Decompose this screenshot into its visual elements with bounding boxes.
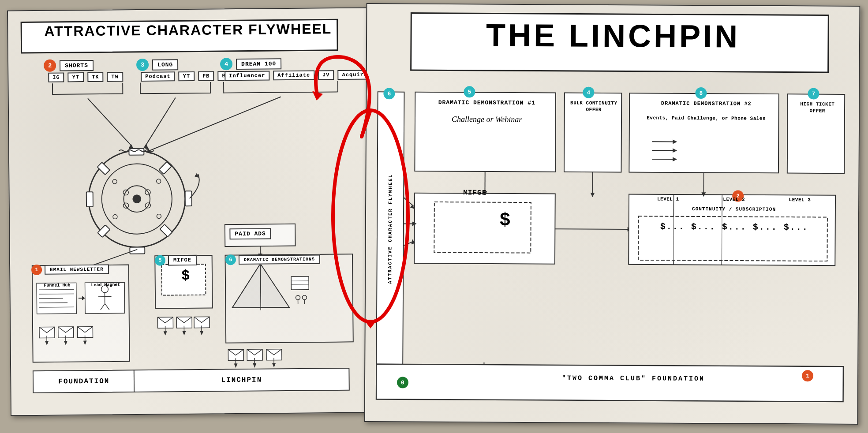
email-label: EMAIL NEWSLETTER xyxy=(45,265,109,275)
dd1-sublabel: Challenge or Webinar xyxy=(417,115,556,125)
svg-rect-12 xyxy=(86,192,93,207)
long-yt: YT xyxy=(179,71,195,81)
continuity-label: CONTINUITY / SUBSCRIPTION xyxy=(631,206,837,212)
shorts-yt: YT xyxy=(68,72,84,82)
linchpin-label: LINCHPIN xyxy=(139,375,344,385)
foundation-label: "TWO COMMA CLUB" FOUNDATION xyxy=(409,374,857,384)
svg-marker-115 xyxy=(673,148,677,153)
svg-rect-11 xyxy=(130,247,145,254)
svg-line-101 xyxy=(404,241,414,246)
svg-marker-102 xyxy=(412,239,415,244)
svg-line-70 xyxy=(260,264,261,310)
dd1-label: DRAMATIC DEMONSTRATION #1 xyxy=(417,99,556,107)
svg-rect-10 xyxy=(129,149,144,155)
svg-point-22 xyxy=(145,203,150,208)
svg-rect-14 xyxy=(97,162,110,175)
dream100-label: DREAM 100 xyxy=(236,58,281,70)
svg-rect-16 xyxy=(97,225,110,237)
long-label: LONG xyxy=(152,59,178,71)
dream100-jv: JV xyxy=(318,70,334,80)
svg-rect-58 xyxy=(194,317,210,328)
svg-line-44 xyxy=(105,304,109,310)
svg-marker-38 xyxy=(82,296,85,300)
svg-marker-86 xyxy=(253,363,256,368)
svg-rect-80 xyxy=(228,349,243,360)
svg-rect-13 xyxy=(185,191,192,206)
svg-rect-68 xyxy=(225,254,353,343)
dd2-num: 8 xyxy=(695,87,707,99)
flywheel-num: 6 xyxy=(383,88,395,99)
svg-marker-117 xyxy=(673,157,677,161)
svg-marker-121 xyxy=(590,193,595,197)
svg-line-36 xyxy=(39,307,75,307)
paid-ads-label: PAID ADS xyxy=(229,228,271,239)
svg-rect-82 xyxy=(266,349,282,360)
svg-rect-47 xyxy=(78,327,93,338)
svg-marker-88 xyxy=(272,363,276,368)
dream100-number: 4 xyxy=(220,58,232,70)
svg-line-33 xyxy=(39,294,74,294)
mifge-number: 5 xyxy=(155,255,165,265)
mifge-label: MIFGE xyxy=(168,255,197,266)
long-number: 3 xyxy=(136,59,149,71)
svg-marker-4 xyxy=(128,144,134,150)
svg-rect-46 xyxy=(58,327,74,338)
svg-point-78 xyxy=(302,295,307,300)
svg-point-23 xyxy=(112,179,117,184)
svg-line-97 xyxy=(404,198,414,206)
svg-rect-15 xyxy=(159,162,172,174)
svg-line-35 xyxy=(39,302,67,303)
svg-point-76 xyxy=(296,295,300,300)
svg-point-26 xyxy=(157,214,161,219)
svg-rect-57 xyxy=(176,317,192,328)
shorts-number: 2 xyxy=(44,60,56,72)
svg-line-1 xyxy=(88,98,132,146)
right-paper: THE LINCHPIN ATTRACTIVE CHARACTER FLYWHE… xyxy=(364,3,861,425)
svg-point-21 xyxy=(123,203,129,208)
level1-label: LEVEL 1 xyxy=(657,197,679,202)
long-podcast: Podcast xyxy=(141,71,175,82)
svg-rect-17 xyxy=(160,224,172,237)
mifge-right-dollar: $ xyxy=(443,209,567,231)
svg-point-9 xyxy=(123,186,150,212)
flywheel-vertical-label: ATTRACTIVE CHARACTER FLYWHEEL xyxy=(387,174,393,284)
email-number: 1 xyxy=(31,265,42,275)
svg-rect-45 xyxy=(39,327,55,338)
demo-number: 6 xyxy=(225,254,236,265)
svg-line-3 xyxy=(149,97,281,150)
svg-marker-100 xyxy=(412,222,417,226)
svg-point-19 xyxy=(123,190,128,195)
svg-marker-84 xyxy=(234,363,238,368)
shorts-tw: TW xyxy=(107,72,123,82)
svg-marker-113 xyxy=(673,139,677,144)
dream100-affiliate: Affiliate xyxy=(273,71,314,81)
lead-magnet-label: Lead Magnet xyxy=(86,282,125,287)
svg-marker-64 xyxy=(200,331,203,335)
level3-label: LEVEL 3 xyxy=(789,197,811,202)
svg-marker-106 xyxy=(628,227,632,231)
bulk-num: 4 xyxy=(583,87,594,98)
foundation-label: FOUNDATION xyxy=(37,377,130,386)
svg-marker-49 xyxy=(45,341,49,345)
dd1-num: 5 xyxy=(464,86,475,97)
ht-num: 7 xyxy=(808,88,819,99)
svg-point-18 xyxy=(132,194,141,203)
svg-point-20 xyxy=(145,190,150,195)
svg-marker-29 xyxy=(195,173,199,178)
continuity-values: $... $... $... $... $... xyxy=(635,221,834,232)
dd2-label: DRAMATIC DEMONSTRATION #2 xyxy=(633,100,779,107)
svg-marker-60 xyxy=(164,331,167,336)
foundation-num0: 0 xyxy=(397,377,408,388)
svg-point-25 xyxy=(113,214,117,219)
level2-label: LEVEL 2 xyxy=(723,197,745,202)
left-title: Attractive Character Flywheel xyxy=(22,21,354,40)
svg-marker-98 xyxy=(410,205,415,209)
svg-marker-62 xyxy=(182,331,186,336)
long-fb: FB xyxy=(198,71,214,81)
svg-marker-53 xyxy=(83,341,87,345)
svg-line-32 xyxy=(39,289,74,290)
svg-rect-56 xyxy=(157,317,173,328)
shorts-label: SHORTS xyxy=(60,60,94,71)
funnel-hub-label: Funnel Hub xyxy=(37,283,76,288)
left-paper: Attractive Character Flywheel 2 SHORTS I… xyxy=(7,7,372,416)
